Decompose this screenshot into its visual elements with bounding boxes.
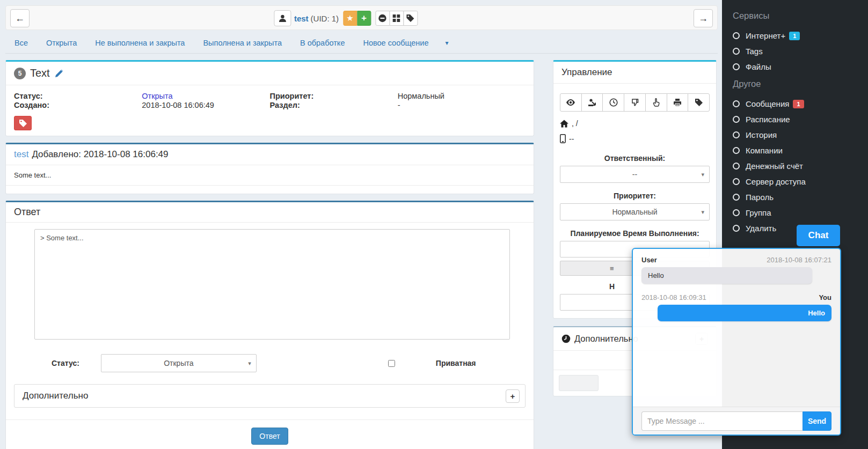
add-button[interactable]: +: [357, 11, 371, 26]
extra-panel-title: Дополнительно: [574, 334, 638, 344]
tabs-dropdown-button[interactable]: ▾: [438, 39, 456, 47]
home-icon: [560, 120, 568, 128]
location-text: , /: [572, 119, 578, 128]
sidebar-item-messages[interactable]: Сообщения 1: [733, 96, 868, 112]
print-button[interactable]: [667, 93, 689, 112]
chat-message-meta: 2018-10-08 16:09:31 You: [641, 293, 831, 301]
ticket-id-badge: 5: [14, 68, 26, 79]
uid-text: (UID: 1): [311, 14, 339, 23]
assign-button[interactable]: [581, 93, 603, 112]
watch-button[interactable]: [560, 93, 582, 112]
message-author-link[interactable]: test: [14, 149, 28, 160]
priority-label: Приоритет:: [270, 92, 398, 100]
phone-row: --: [560, 134, 710, 143]
circle-icon: [733, 116, 740, 123]
circle-icon: [733, 131, 740, 138]
circle-icon: [733, 225, 740, 232]
sidebar-item-schedule[interactable]: Расписание: [733, 112, 868, 127]
sidebar-section-other: Другое: [733, 79, 868, 89]
dislike-button[interactable]: [624, 93, 646, 112]
reply-textarea[interactable]: > Some text...: [34, 229, 510, 340]
sidebar-item-password[interactable]: Пароль: [733, 189, 868, 205]
tab-open[interactable]: Открыта: [37, 39, 86, 47]
message-body: Some text...: [6, 165, 534, 186]
priority-value: Нормальный: [398, 92, 526, 100]
mgmt-priority-select[interactable]: Нормальный ▾: [560, 203, 710, 220]
reply-extra-expand-button[interactable]: +: [506, 389, 520, 403]
sidebar-item-tags[interactable]: Tags: [733, 43, 868, 59]
tab-done-closed[interactable]: Выполнена и закрыта: [194, 39, 291, 47]
sidebar-item-label: Группа: [746, 208, 771, 217]
sidebar-item-files[interactable]: Файлы: [733, 59, 868, 75]
thumbs-down-icon: [631, 98, 639, 107]
mgmt-priority-label: Приоритет:: [560, 192, 710, 200]
circle-icon: [733, 63, 740, 70]
sidebar-item-internet[interactable]: Интернет+ 1: [733, 28, 868, 43]
ticket-panel: 5 Text Статус: Открыта Приоритет: Нормал…: [5, 60, 534, 136]
tab-new-message[interactable]: Новое сообщение: [354, 39, 437, 47]
tab-not-done-closed[interactable]: Не выполнена и закрыта: [86, 39, 194, 47]
chat-message-meta: User 2018-10-08 16:07:21: [641, 256, 831, 264]
chat-toggle-button[interactable]: Chat: [797, 225, 840, 246]
planned-time-label: Планируемое Время Выполнения:: [560, 229, 710, 238]
apps-button[interactable]: [389, 11, 404, 26]
responsible-select[interactable]: -- ▾: [560, 166, 710, 183]
sidebar-item-label: Файлы: [746, 62, 771, 71]
sidebar-item-label: История: [746, 130, 777, 139]
plus-icon: +: [361, 13, 367, 24]
created-value: 2018-10-08 16:06:49: [142, 101, 269, 109]
chat-message-time: 2018-10-08 16:07:21: [767, 256, 831, 264]
reply-submit-button[interactable]: Ответ: [251, 428, 288, 445]
private-label: Приватная: [436, 359, 476, 367]
internet-count-badge: 1: [789, 32, 800, 40]
back-arrow-icon: ←: [15, 13, 25, 24]
extra-panel-button[interactable]: [559, 375, 599, 391]
sidebar-section-services: Сервисы: [733, 11, 868, 21]
section-value: -: [398, 101, 526, 109]
tab-all[interactable]: Все: [5, 39, 37, 47]
status-value-link[interactable]: Открыта: [142, 92, 269, 100]
block-button[interactable]: [375, 11, 390, 26]
sidebar-item-companies[interactable]: Компании: [733, 143, 868, 158]
chat-send-button[interactable]: Send: [803, 411, 831, 431]
sidebar-item-label: Удалить: [746, 224, 776, 233]
minus-circle-icon: [378, 14, 387, 23]
sidebar-item-group[interactable]: Группа: [733, 205, 868, 220]
hand-pointer-button[interactable]: [645, 93, 667, 112]
user-button[interactable]: [274, 10, 291, 26]
reply-status-select[interactable]: Открыта ▾: [101, 354, 257, 372]
grid-icon: [393, 14, 400, 22]
tab-in-progress[interactable]: В обработке: [291, 39, 354, 47]
favorite-button[interactable]: ★: [343, 11, 357, 26]
circle-icon: [733, 147, 740, 154]
chevron-down-icon: ▾: [446, 39, 449, 47]
messages-count-badge: 1: [793, 100, 804, 108]
responsible-label: Ответственный:: [560, 154, 710, 163]
forward-button[interactable]: →: [694, 9, 713, 27]
chat-message-author: You: [819, 293, 831, 301]
reply-extra-section[interactable]: Дополнительно +: [14, 384, 526, 408]
chat-window: User 2018-10-08 16:07:21 Hello 2018-10-0…: [632, 248, 841, 436]
message-added-text: Добавлено: 2018-10-08 16:06:49: [32, 149, 168, 160]
user-icon: [279, 14, 286, 23]
sidebar-item-access-server[interactable]: Сервер доступа: [733, 174, 868, 189]
ticket-tag-button[interactable]: [14, 116, 32, 130]
private-checkbox[interactable]: [388, 360, 395, 367]
sidebar-item-history[interactable]: История: [733, 127, 868, 143]
sidebar-item-money-account[interactable]: Денежный счёт: [733, 158, 868, 174]
chat-message-bubble: Hello: [641, 267, 812, 284]
back-button[interactable]: ←: [10, 9, 30, 27]
filter-tabs: Все Открыта Не выполнена и закрыта Выпол…: [5, 32, 718, 54]
circle-icon: [733, 209, 740, 216]
tag-button[interactable]: [688, 93, 710, 112]
created-label: Создано:: [14, 101, 142, 109]
edit-pencil-icon[interactable]: [54, 69, 64, 78]
chevron-down-icon: ▾: [701, 171, 704, 178]
user-link[interactable]: test: [294, 14, 309, 23]
tags-button[interactable]: [403, 11, 418, 26]
message-panel: test Добавлено: 2018-10-08 16:06:49 Some…: [5, 143, 534, 194]
sidebar-item-label: Сервер доступа: [746, 177, 806, 186]
responsible-value: --: [632, 170, 637, 179]
time-button[interactable]: [602, 93, 624, 112]
chat-message-input[interactable]: [641, 411, 803, 431]
